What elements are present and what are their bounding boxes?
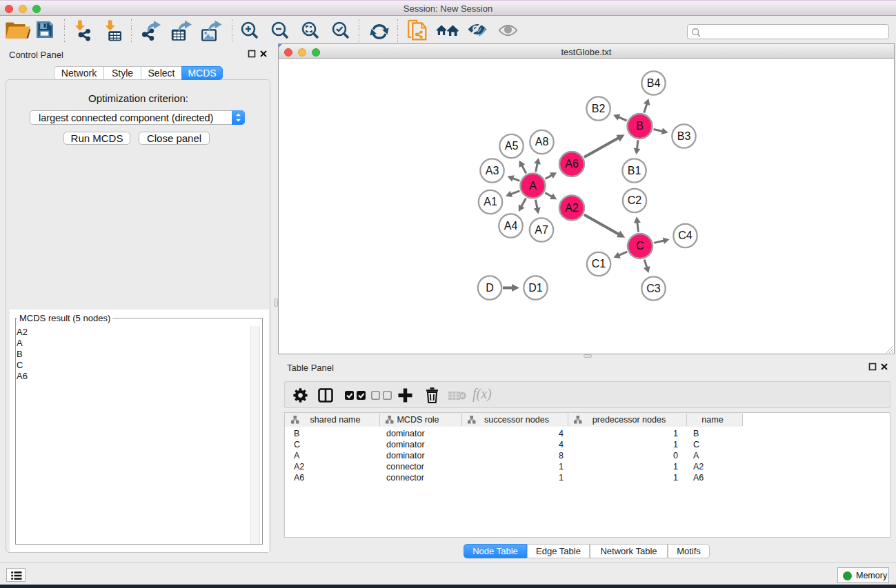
svg-text:shared name: shared name <box>310 415 361 425</box>
svg-text:C: C <box>636 240 644 252</box>
svg-text:B2: B2 <box>592 103 606 114</box>
svg-text:A6: A6 <box>693 473 704 483</box>
svg-text:A: A <box>529 180 537 192</box>
svg-text:A1: A1 <box>484 196 497 207</box>
svg-text:A6: A6 <box>565 158 579 170</box>
svg-text:C1: C1 <box>592 258 606 270</box>
svg-text:4: 4 <box>559 429 564 438</box>
svg-text:successor nodes: successor nodes <box>484 415 549 425</box>
svg-text:D: D <box>486 282 494 294</box>
svg-text:B4: B4 <box>647 77 661 89</box>
svg-text:B: B <box>294 429 299 438</box>
svg-text:4: 4 <box>559 440 564 449</box>
svg-text:1: 1 <box>559 473 564 483</box>
svg-text:B: B <box>693 429 699 438</box>
svg-text:dominator: dominator <box>386 429 425 438</box>
svg-text:1: 1 <box>673 429 678 438</box>
svg-text:A8: A8 <box>535 136 549 148</box>
svg-text:A2: A2 <box>294 462 304 472</box>
svg-text:C: C <box>294 440 300 449</box>
svg-text:A6: A6 <box>294 473 304 483</box>
svg-text:B1: B1 <box>628 165 641 176</box>
svg-text:8: 8 <box>559 451 564 460</box>
svg-text:dominator: dominator <box>386 451 425 460</box>
svg-text:dominator: dominator <box>386 440 425 449</box>
svg-text:1: 1 <box>559 462 564 472</box>
svg-text:1: 1 <box>673 440 678 449</box>
svg-text:A7: A7 <box>535 224 548 236</box>
svg-text:A: A <box>693 451 699 460</box>
svg-text:0: 0 <box>673 451 678 460</box>
svg-text:MCDS role: MCDS role <box>397 415 439 425</box>
svg-text:predecessor nodes: predecessor nodes <box>593 415 666 425</box>
svg-text:A5: A5 <box>505 140 519 152</box>
svg-text:B3: B3 <box>677 130 691 142</box>
svg-text:1: 1 <box>673 462 678 472</box>
svg-text:A4: A4 <box>504 220 518 232</box>
svg-text:connector: connector <box>386 473 424 483</box>
svg-text:1: 1 <box>673 473 678 483</box>
svg-text:A: A <box>294 451 300 460</box>
svg-text:B: B <box>636 120 644 132</box>
svg-text:C: C <box>693 440 699 449</box>
svg-text:A2: A2 <box>565 202 579 214</box>
svg-text:C3: C3 <box>646 283 661 294</box>
svg-text:A3: A3 <box>486 165 499 176</box>
svg-text:name: name <box>701 415 723 425</box>
svg-text:connector: connector <box>386 462 424 472</box>
svg-text:A2: A2 <box>693 462 704 472</box>
svg-text:C2: C2 <box>628 194 642 206</box>
svg-text:D1: D1 <box>528 282 543 294</box>
svg-text:C4: C4 <box>678 230 693 241</box>
